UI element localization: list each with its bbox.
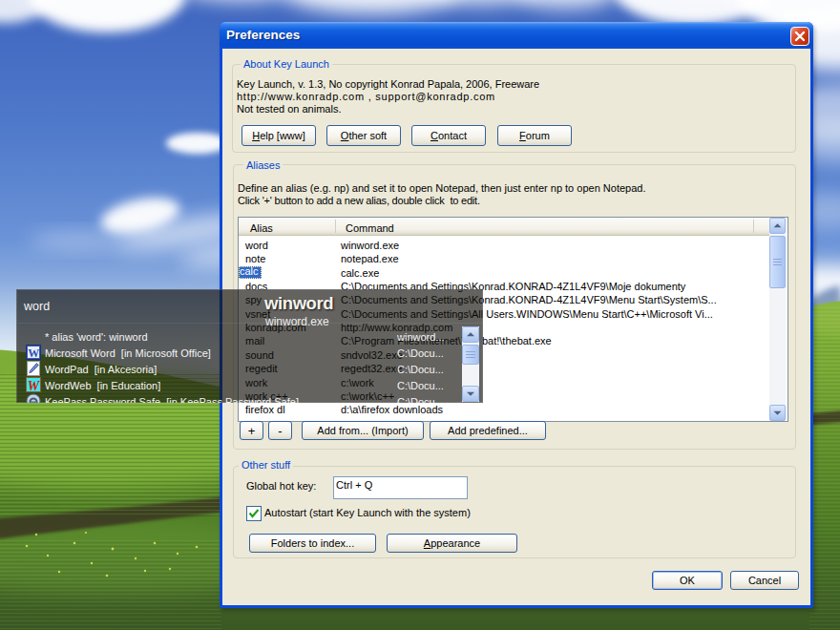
svg-text:W: W [28, 346, 39, 359]
svg-text:W: W [28, 378, 41, 392]
